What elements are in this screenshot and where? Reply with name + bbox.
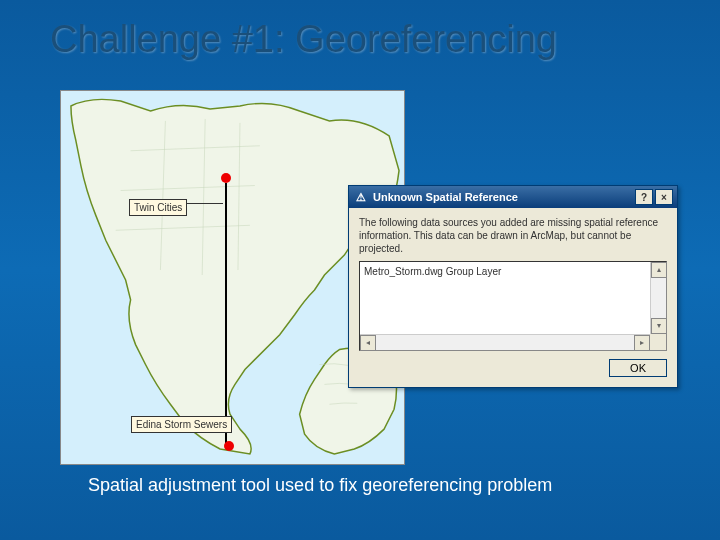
slide-title: Challenge #1: Georeferencing bbox=[50, 18, 557, 61]
dialog-body: The following data sources you added are… bbox=[349, 208, 677, 387]
horizontal-scrollbar[interactable]: ◂ ▸ bbox=[360, 334, 650, 350]
ok-button[interactable]: OK bbox=[609, 359, 667, 377]
list-item[interactable]: Metro_Storm.dwg Group Layer bbox=[362, 264, 664, 279]
dialog-titlebar[interactable]: ⚠ Unknown Spatial Reference ? × bbox=[349, 186, 677, 208]
data-sources-listbox[interactable]: Metro_Storm.dwg Group Layer ▴ ▾ ◂ ▸ bbox=[359, 261, 667, 351]
dialog-title-text: Unknown Spatial Reference bbox=[373, 191, 518, 203]
vertical-scrollbar[interactable]: ▴ ▾ bbox=[650, 262, 666, 334]
close-button[interactable]: × bbox=[655, 189, 673, 205]
scroll-right-button[interactable]: ▸ bbox=[634, 335, 650, 351]
map-label-storm-sewers: Edina Storm Sewers bbox=[131, 416, 232, 433]
spatial-reference-dialog: ⚠ Unknown Spatial Reference ? × The foll… bbox=[348, 185, 678, 388]
scroll-up-button[interactable]: ▴ bbox=[651, 262, 667, 278]
warning-icon: ⚠ bbox=[353, 189, 369, 205]
scroll-down-button[interactable]: ▾ bbox=[651, 318, 667, 334]
dialog-message: The following data sources you added are… bbox=[359, 216, 667, 255]
point-marker-bottom bbox=[224, 441, 234, 451]
slide-caption: Spatial adjustment tool used to fix geor… bbox=[88, 475, 552, 496]
point-marker-top bbox=[221, 173, 231, 183]
scroll-left-button[interactable]: ◂ bbox=[360, 335, 376, 351]
label-leader-top bbox=[183, 203, 223, 204]
connector-line bbox=[225, 183, 227, 443]
scroll-corner bbox=[650, 334, 666, 350]
help-button[interactable]: ? bbox=[635, 189, 653, 205]
map-label-twin-cities: Twin Cities bbox=[129, 199, 187, 216]
